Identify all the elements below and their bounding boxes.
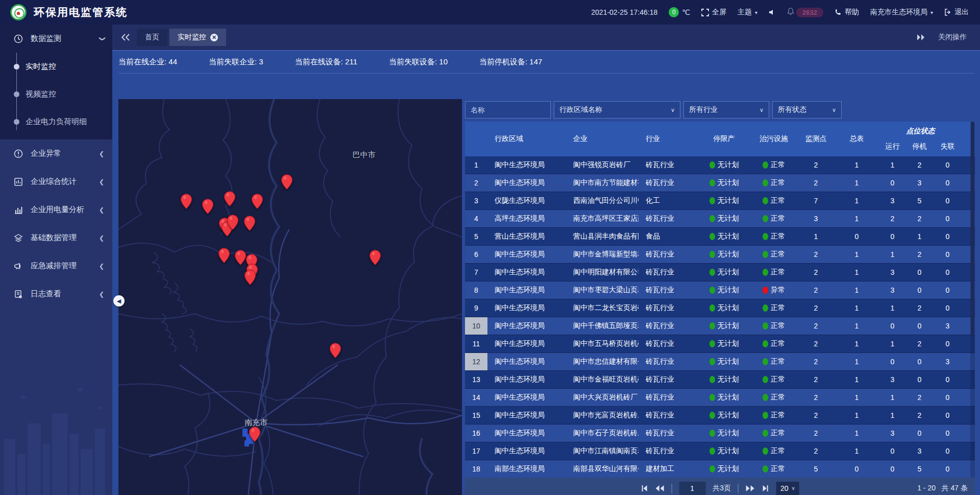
tab-首页[interactable]: 首页 [137, 29, 167, 46]
cell-company: 阆中市忠信建材有限公 [566, 353, 639, 370]
org-dropdown[interactable]: 南充市生态环境局▾ [870, 8, 933, 17]
map-pin-icon[interactable] [244, 270, 256, 286]
map-pin-icon[interactable] [281, 174, 292, 190]
table-row[interactable]: 13阆中生态环境局阆中市金福旺页岩机砖砖瓦行业无计划正常21300 [465, 371, 975, 389]
cell-meter-count: 1 [835, 442, 878, 460]
sidebar-item-企业异常[interactable]: 企业异常❮ [0, 139, 112, 168]
help-button[interactable]: 帮助 [835, 8, 859, 17]
clock-icon [13, 34, 23, 44]
cell-run-count: 0 [878, 442, 906, 460]
sidebar-subitem-实时监控[interactable]: 实时监控 [0, 53, 112, 80]
sidebar-subitem-视频监控[interactable]: 视频监控 [0, 80, 112, 108]
status-dot-icon [709, 447, 715, 455]
close-operations-button[interactable]: 关闭操作 [938, 33, 967, 42]
map-pin-icon[interactable] [181, 194, 192, 209]
tab-实时监控[interactable]: 实时监控✕ [169, 29, 226, 46]
name-filter-input[interactable] [465, 101, 551, 119]
sidebar-collapse-button[interactable]: ◀ [113, 295, 125, 307]
table-row[interactable]: 4高坪生态环境局南充市高坪区王家店建砖瓦行业无计划正常31220 [465, 210, 975, 228]
status-dot-icon [709, 251, 715, 258]
map-pin-icon[interactable] [224, 191, 236, 207]
prev-page-button[interactable] [655, 485, 664, 492]
table-row[interactable]: 5营山生态环境局营山县润丰肉食品有限食品无计划正常10010 [465, 228, 975, 246]
table-row[interactable]: 11阆中生态环境局阆中市五马桥页岩机砖砖瓦行业无计划正常21120 [465, 335, 975, 353]
status-dot-icon [709, 322, 715, 329]
table-row[interactable]: 7阆中生态环境局阆中明阳建材有限公司砖瓦行业无计划正常21300 [465, 264, 975, 281]
table-row[interactable]: 16阆中生态环境局阆中市石子页岩机砖厂砖瓦行业无计划正常21300 [465, 425, 975, 442]
sidebar-item-label: 应急减排管理 [31, 261, 99, 271]
industry-filter-select[interactable]: 所有行业 ∨ [683, 101, 769, 119]
cell-run-count: 1 [878, 299, 906, 317]
status-filter-select[interactable]: 所有状态 ∨ [772, 101, 842, 119]
map-pin-icon[interactable] [249, 427, 261, 442]
table-row[interactable]: 14阆中生态环境局阆中大兴页岩机砖厂砖瓦行业无计划正常21120 [465, 389, 975, 407]
map-pin-icon[interactable] [329, 343, 341, 359]
table-row[interactable]: 6阆中生态环境局阆中市金博瑞新型墙材砖瓦行业无计划正常21120 [465, 246, 975, 264]
region-filter-select[interactable]: 行政区域名称 ∨ [554, 101, 680, 119]
map-pin-icon[interactable] [227, 215, 239, 230]
row-number: 7 [465, 264, 487, 281]
next-page-button[interactable] [746, 485, 755, 492]
cell-region: 阆中生态环境局 [487, 246, 566, 263]
sidebar-item-label: 数据监测 [31, 34, 99, 43]
theme-dropdown[interactable]: 主题▾ [738, 8, 757, 17]
page-size-select[interactable]: 20 ∨ [776, 482, 799, 495]
table-row[interactable]: 15阆中生态环境局阆中市光富页岩机砖厂砖瓦行业无计划正常21120 [465, 407, 975, 425]
cell-meter-count: 0 [835, 228, 878, 245]
table-row[interactable]: 17阆中生态环境局阆中市江南镇阆南页岩砖瓦行业无计划正常21030 [465, 442, 975, 460]
speaker-icon[interactable] [769, 9, 776, 16]
map-pin-icon[interactable] [202, 198, 213, 214]
cell-industry: 砖瓦行业 [639, 442, 697, 460]
sidebar-item-企业用电量分析[interactable]: 企业用电量分析❮ [0, 196, 112, 224]
cell-stop-status: 无计划 [697, 281, 751, 299]
chevron-left-icon: ❮ [99, 263, 104, 270]
table-row[interactable]: 8阆中生态环境局阆中市枣碧大梁山页岩砖瓦行业无计划异常21300 [465, 281, 975, 299]
table-row[interactable]: 10阆中生态环境局阆中千佛镇五郎垭页岩砖瓦行业无计划正常21003 [465, 317, 975, 335]
notification-count-badge: 2632 [796, 8, 823, 17]
sidebar-item-数据监测[interactable]: 数据监测❮ [0, 25, 112, 53]
cell-company: 南部县双华山河有限公 [566, 460, 639, 478]
tabs-scroll-left-button[interactable] [121, 34, 130, 41]
cell-lost-count: 0 [933, 389, 963, 406]
cell-region: 阆中生态环境局 [487, 425, 566, 442]
sidebar-subitem-label: 视频监控 [26, 89, 56, 99]
cell-run-count: 2 [878, 210, 906, 227]
table-scrollbar[interactable] [970, 122, 975, 478]
sidebar-subitem-企业电力负荷明细[interactable]: 企业电力负荷明细 [0, 108, 112, 135]
sidebar-item-应急减排管理[interactable]: 应急减排管理❮ [0, 252, 112, 280]
table-row[interactable]: 2阆中生态环境局阆中市南方节能建材有砖瓦行业无计划正常21030 [465, 174, 975, 192]
logout-button[interactable]: 退出 [944, 8, 969, 17]
stat-当前失联设备: 当前失联设备: 10 [389, 57, 448, 67]
page-number-input[interactable] [679, 482, 705, 495]
cell-halt-count: 5 [906, 460, 933, 478]
tabs-scroll-right-button[interactable] [917, 34, 925, 41]
tab-label: 实时监控 [178, 33, 206, 42]
table-row[interactable]: 3仪陇生态环境局西南油气田分公司川中化工无计划正常71350 [465, 192, 975, 210]
map-pin-icon[interactable] [369, 249, 381, 265]
last-page-button[interactable] [762, 485, 769, 492]
map-pin-icon[interactable] [234, 249, 246, 265]
table-row[interactable]: 12阆中生态环境局阆中市忠信建材有限公砖瓦行业无计划正常21003 [465, 353, 975, 371]
sidebar-item-基础数据管理[interactable]: 基础数据管理❮ [0, 224, 112, 252]
tab-close-icon[interactable]: ✕ [210, 34, 218, 41]
bullet-dot-icon [14, 64, 19, 69]
map-panel[interactable]: 巴中市南充市遂宁市 [118, 99, 462, 495]
status-dot-icon [763, 179, 768, 186]
cell-lost-count: 0 [933, 299, 963, 317]
status-dot-icon [709, 465, 715, 473]
sidebar-item-企业综合统计[interactable]: 企业综合统计❮ [0, 168, 112, 196]
map-pin-icon[interactable] [244, 216, 256, 231]
first-page-button[interactable] [641, 485, 648, 492]
fullscreen-button[interactable]: 全屏 [701, 8, 726, 17]
sidebar-item-label: 企业异常 [31, 149, 99, 158]
table-row[interactable]: 18南部生态环境局南部县双华山河有限公建材加工无计划正常50050 [465, 460, 975, 478]
row-number: 8 [465, 281, 487, 299]
map-pin-icon[interactable] [218, 248, 230, 264]
notifications[interactable]: 2632 [787, 8, 823, 17]
table-row[interactable]: 1阆中生态环境局阆中强锐页岩砖厂砖瓦行业无计划正常21120 [465, 156, 975, 174]
map-pin-icon[interactable] [251, 194, 263, 209]
cell-monitor-count: 2 [797, 389, 835, 406]
cell-halt-count: 2 [906, 335, 933, 352]
table-row[interactable]: 9阆中生态环境局阆中市二龙长宝页岩砖砖瓦行业无计划正常21120 [465, 299, 975, 317]
sidebar-item-日志查看[interactable]: 日志查看❮ [0, 280, 112, 308]
